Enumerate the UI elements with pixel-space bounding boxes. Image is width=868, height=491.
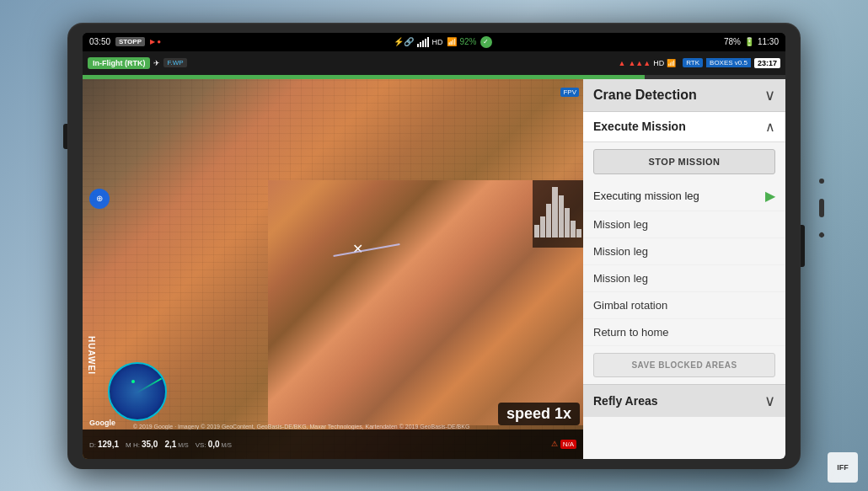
panel-header[interactable]: Crane Detection ∨ — [583, 79, 785, 112]
mission-item-4: Gimbal rotation — [583, 292, 785, 319]
warning-triangle: ⚠ — [551, 440, 558, 448]
time-right: 11:30 — [758, 37, 779, 46]
telemetry-bar: D: 129,1 M H: 35,0 2,1 M/S VS: 0,0 M/S — [83, 430, 583, 459]
tablet-frame: 03:50 STOPP ▶ ● ⚡🔗 HD 📶 92% ✓ 78% — [67, 23, 801, 469]
speed-indicator: speed 1x — [498, 403, 580, 425]
boxes-badge: BOXES v0.5 — [706, 58, 751, 67]
m-value: 35,0 — [142, 440, 158, 449]
hist-bar-6 — [565, 208, 570, 237]
section-header[interactable]: Execute Mission ∧ — [583, 112, 785, 142]
iff-logo: IFF — [828, 452, 858, 483]
save-areas-button[interactable]: SAVE BLOCKED AREAS — [593, 353, 775, 377]
status-right: 78% 🔋 11:30 — [724, 37, 779, 46]
status-left: 03:50 STOPP ▶ ● — [89, 37, 161, 46]
battery-icon: 🔋 — [744, 37, 754, 46]
wifi-icon: 📶 — [447, 37, 457, 46]
speed-label: speed 1x — [506, 405, 571, 422]
drone-icon: ✈ — [153, 59, 160, 67]
app-bar: In-Flight (RTK) ✈ F.WP ▲ ▲▲▲ HD 📶 RTK BO… — [83, 51, 785, 75]
battery-pct: 78% — [724, 37, 741, 46]
compass-radar — [108, 362, 167, 421]
map-area[interactable]: FPV ⊕ ✕ HUAWEI Google — [83, 79, 583, 459]
hist-bar-3 — [546, 204, 551, 237]
mission-item-1: Mission leg — [583, 211, 785, 238]
waypoint-icon[interactable]: ⊕ — [89, 189, 110, 209]
mission-item-label-0: Executing mission leg — [593, 189, 699, 202]
ms-label: M/S — [178, 442, 188, 448]
mission-item-label-4: Gimbal rotation — [593, 299, 667, 312]
mission-time: 23:17 — [754, 58, 780, 68]
screen: 03:50 STOPP ▶ ● ⚡🔗 HD 📶 92% ✓ 78% — [83, 33, 785, 459]
time-left: 03:50 — [89, 37, 110, 46]
mission-item-label-2: Mission leg — [593, 245, 648, 258]
mission-item-label-1: Mission leg — [593, 218, 648, 231]
mission-item-label-3: Mission leg — [593, 272, 648, 285]
accuracy-pct: 92% — [460, 37, 477, 46]
nav-square — [819, 179, 824, 184]
hist-bar-4 — [552, 187, 557, 237]
vs-value: 0,0 — [208, 440, 220, 449]
section-title: Execute Mission — [593, 120, 686, 133]
na-badge: N/A — [560, 440, 576, 449]
refly-chevron-icon[interactable]: ∨ — [764, 392, 775, 410]
mission-item-2: Mission leg — [583, 238, 785, 265]
physical-buttons — [819, 179, 824, 237]
m-label: M H: — [126, 441, 140, 449]
fpv-badge: FPV — [560, 88, 579, 97]
chevron-up-icon[interactable]: ∧ — [765, 119, 775, 135]
recording-icon: ▶ ● — [150, 38, 161, 45]
chevron-down-icon[interactable]: ∨ — [764, 86, 775, 104]
signal-icon: ⚡🔗 — [394, 37, 414, 46]
ms-value: 2,1 — [164, 440, 176, 449]
main-content: FPV ⊕ ✕ HUAWEI Google — [83, 79, 785, 459]
hist-bar-2 — [540, 216, 545, 237]
mission-item-label-5: Return to home — [593, 326, 669, 339]
refly-header[interactable]: Refly Areas ∨ — [583, 384, 785, 417]
panel-title: Crane Detection — [593, 88, 697, 103]
rtk-badge: RTK — [683, 58, 703, 67]
mission-item-3: Mission leg — [583, 265, 785, 292]
histogram-bars — [533, 180, 583, 239]
hd-label: HD — [432, 38, 443, 46]
hist-bar-1 — [534, 225, 539, 237]
right-panel: Crane Detection ∨ Execute Mission ∧ STOP… — [583, 79, 785, 459]
radar-dot — [131, 380, 135, 383]
telem-speed: 2,1 M/S — [164, 440, 188, 449]
stop-button[interactable]: STOPP — [115, 37, 145, 46]
huawei-logo: HUAWEI — [87, 336, 96, 375]
google-logo: Google — [89, 419, 115, 427]
radar-circle — [108, 362, 167, 421]
hd-indicator: HD — [653, 59, 664, 67]
home-button-right[interactable] — [819, 199, 824, 217]
hist-bar-8 — [576, 229, 581, 237]
telem-distance: D: 129,1 — [89, 440, 119, 449]
histogram-overlay — [533, 180, 583, 248]
signal-indicators: ▲ ▲▲▲ HD 📶 — [619, 59, 677, 67]
d-value: 129,1 — [98, 440, 119, 449]
hist-bar-5 — [559, 195, 564, 237]
vs-label: VS: — [196, 441, 206, 449]
signal-bars — [417, 37, 429, 47]
refly-title: Refly Areas — [593, 394, 658, 408]
status-center: ⚡🔗 HD 📶 92% ✓ — [394, 36, 492, 48]
stop-mission-button[interactable]: STOP MISSION — [593, 149, 775, 174]
nav-back — [818, 232, 825, 238]
signal-warn: ▲▲▲ — [628, 59, 651, 67]
play-icon: ▶ — [765, 188, 775, 204]
telem-vs: VS: 0,0 M/S — [196, 440, 232, 449]
hist-bar-7 — [571, 221, 576, 237]
vs-unit: M/S — [222, 442, 232, 448]
ok-badge: ✓ — [480, 36, 492, 48]
radar-sweep — [137, 377, 163, 392]
status-bar: 03:50 STOPP ▶ ● ⚡🔗 HD 📶 92% ✓ 78% — [83, 33, 785, 51]
mission-item-5: Return to home — [583, 319, 785, 346]
warning-icon: ▲ — [619, 59, 626, 67]
telem-height: M H: 35,0 — [126, 440, 158, 449]
inflight-badge: In-Flight (RTK) — [88, 57, 150, 69]
mission-item-0: Executing mission leg ▶ — [583, 181, 785, 211]
telem-na-group: ⚠ N/A — [551, 440, 576, 448]
wp-badge: F.WP — [163, 58, 186, 67]
wifi-indicator: 📶 — [667, 59, 676, 67]
d-label: D: — [89, 441, 96, 449]
